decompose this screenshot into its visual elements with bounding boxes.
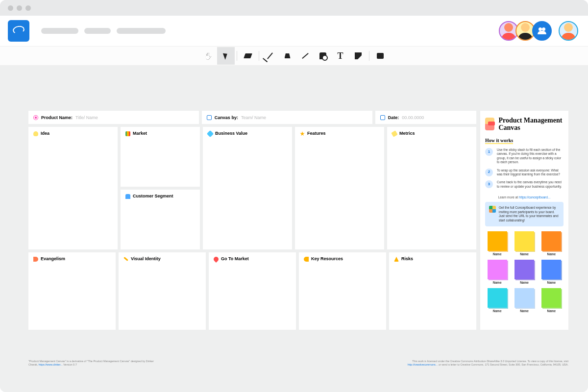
footer-right-link[interactable]: http://creativecommons... — [408, 363, 438, 366]
cell-evangelism[interactable]: Evangelism — [28, 252, 116, 330]
title-bar — [0, 0, 588, 16]
cell-features[interactable]: Features — [295, 127, 384, 249]
marker-icon — [285, 53, 291, 58]
info-sidebar: Product Management Canvas How it works 1… — [480, 111, 568, 330]
shape-icon — [319, 52, 326, 59]
breadcrumb — [41, 28, 166, 34]
crumb-3[interactable] — [117, 28, 166, 34]
window-frame: T Product Name: Title/ Name Canvas by: — [0, 0, 588, 392]
toolbar-divider — [259, 51, 259, 61]
note-icon — [355, 52, 362, 59]
pin-icon — [213, 256, 220, 263]
tool-comment[interactable] — [371, 47, 389, 65]
bulb-icon — [33, 131, 38, 136]
avatar-current-user[interactable] — [559, 21, 578, 41]
ruler-icon — [391, 130, 398, 137]
cell-customer-segment[interactable]: Customer Segment — [121, 190, 200, 249]
field-date[interactable]: Date: 00.00.0000 — [375, 111, 476, 124]
calendar-icon — [380, 115, 385, 120]
people-small-icon — [125, 194, 130, 199]
sidebar-title: Product Management Canvas — [498, 117, 564, 132]
field-product-name[interactable]: Product Name: Title/ Name — [28, 111, 199, 124]
collaborator-avatars — [502, 21, 578, 41]
sparkle-icon — [33, 115, 38, 120]
line-icon — [302, 53, 309, 59]
canvas-logo-icon — [485, 118, 494, 130]
promo-box: Get the full Conceptboard experience by … — [485, 202, 564, 226]
add-collaborator-button[interactable] — [532, 21, 552, 41]
comment-icon — [377, 53, 384, 59]
learn-more-link[interactable]: https://conceptboard... — [519, 196, 550, 199]
sticky-7[interactable]: Name — [485, 288, 509, 313]
cell-metrics[interactable]: Metrics — [387, 127, 476, 249]
footer-attribution-left: "Product Management Canvas" is a derivat… — [28, 360, 156, 367]
cursor-icon — [222, 52, 228, 60]
text-icon: T — [337, 51, 343, 61]
pen-icon — [267, 52, 273, 59]
tool-note[interactable] — [349, 47, 367, 65]
toolbar: T — [0, 46, 588, 66]
megaphone-icon — [33, 257, 38, 262]
toolbar-divider — [369, 51, 369, 61]
tool-line[interactable] — [296, 47, 314, 65]
gem-icon — [207, 130, 214, 137]
sticky-palette: Name Name Name Name Name Name Name Name … — [485, 231, 564, 313]
window-close-dot[interactable] — [8, 5, 13, 11]
sticky-2[interactable]: Name — [512, 231, 536, 256]
toolbar-divider — [237, 51, 237, 61]
how-it-works-heading: How it works — [485, 138, 513, 144]
eraser-icon — [244, 53, 252, 58]
tool-text[interactable]: T — [332, 47, 349, 65]
doc-icon — [207, 115, 212, 120]
tool-eraser[interactable] — [239, 47, 257, 65]
tool-select[interactable] — [217, 47, 235, 65]
people-icon — [538, 27, 546, 34]
learn-more: Learn more at https://conceptboard... — [485, 196, 564, 199]
cell-visual-identity[interactable]: Visual Identity — [119, 252, 206, 330]
cell-idea[interactable]: Idea — [28, 127, 118, 249]
app-header — [0, 16, 588, 46]
cell-market-split: Market Customer Segment — [121, 127, 200, 249]
footer-attribution-right: This work is licensed under the Creative… — [402, 360, 568, 367]
window-min-dot[interactable] — [17, 5, 22, 11]
sticky-5[interactable]: Name — [512, 260, 536, 284]
crumb-1[interactable] — [41, 28, 78, 34]
sidebar-header: Product Management Canvas — [485, 117, 564, 132]
app-logo[interactable] — [8, 20, 29, 42]
cell-market[interactable]: Market — [121, 127, 200, 187]
cell-go-to-market[interactable]: Go To Market — [209, 252, 296, 330]
cell-business-value[interactable]: Business Value — [203, 127, 292, 249]
brush-icon — [123, 257, 128, 261]
cell-risks[interactable]: Risks — [389, 252, 476, 330]
canvas-row-1: Idea Market Customer Segment Business Va… — [28, 127, 476, 249]
star-icon — [300, 131, 305, 136]
workspace[interactable]: Product Name: Title/ Name Canvas by: Tea… — [0, 66, 588, 392]
step-3: 3Come back to the canvas everytime you n… — [485, 180, 564, 189]
canvas-grid: Product Name: Title/ Name Canvas by: Tea… — [28, 111, 568, 330]
tool-shape[interactable] — [314, 47, 332, 65]
chart-icon — [125, 131, 130, 136]
canvas-row-2: Evangelism Visual Identity Go To Market … — [28, 252, 476, 330]
step-2: 2To wrap up the session ask everyone: Wh… — [485, 169, 564, 177]
sticky-8[interactable]: Name — [512, 288, 536, 313]
window-max-dot[interactable] — [25, 5, 31, 11]
tool-marker[interactable] — [279, 47, 296, 65]
canvas-main: Product Name: Title/ Name Canvas by: Tea… — [28, 111, 476, 330]
warning-icon — [394, 257, 399, 262]
sticky-6[interactable]: Name — [539, 260, 564, 284]
sticky-3[interactable]: Name — [539, 231, 564, 256]
canvas-header-row: Product Name: Title/ Name Canvas by: Tea… — [28, 111, 476, 124]
cell-key-resources[interactable]: Key Resources — [299, 252, 386, 330]
tool-pen[interactable] — [261, 47, 279, 65]
hand-icon — [204, 51, 212, 60]
footer-left-link[interactable]: https://www.dinker... — [39, 363, 63, 366]
key-icon — [304, 257, 309, 262]
sticky-4[interactable]: Name — [485, 260, 509, 284]
tool-hand[interactable] — [199, 47, 217, 65]
sticky-1[interactable]: Name — [485, 231, 509, 256]
conceptboard-icon — [489, 206, 496, 213]
sticky-9[interactable]: Name — [539, 288, 564, 313]
step-1: 1Use the sticky stash to fill each secti… — [485, 148, 564, 165]
crumb-2[interactable] — [84, 28, 111, 34]
field-canvas-by[interactable]: Canvas by: Team/ Name — [202, 111, 372, 124]
